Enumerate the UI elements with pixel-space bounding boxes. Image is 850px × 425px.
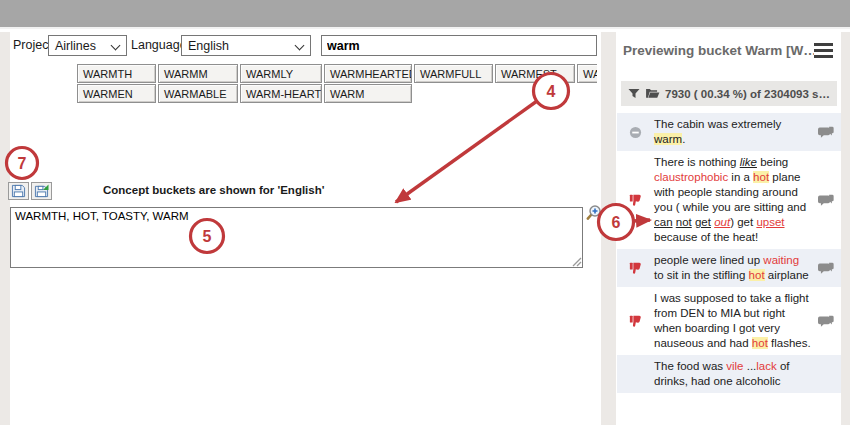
floppy-save-icon (11, 184, 26, 198)
project-select-value: Airlines (55, 39, 96, 53)
review-text: people were lined up waiting to sit in t… (654, 253, 811, 283)
concept-chip[interactable]: WARM (324, 84, 412, 103)
chip-row: WARMENWARMABLEWARM-HEARTEDWARM (77, 84, 597, 103)
concept-chip[interactable]: WARMABLE (158, 84, 238, 103)
concept-chip-grid: WARMTHWARMMWARMLYWARMHEARTEDWARMFULLWARM… (77, 64, 597, 104)
chevron-down-icon (295, 41, 305, 51)
search-input[interactable] (321, 35, 597, 56)
save-bucket-button[interactable] (8, 182, 29, 200)
panel-divider (601, 32, 616, 425)
magnifier-plus-icon[interactable] (585, 204, 603, 222)
review-item[interactable]: The food was vile ...lack of drinks, had… (617, 355, 841, 393)
preview-panel-header: Previewing bucket Warm [W… (617, 29, 841, 58)
neutral-sentiment-icon (617, 117, 654, 147)
preview-panel: Previewing bucket Warm [W… 7930 ( 00.34 … (617, 29, 841, 425)
callout-7-label: 7 (18, 155, 27, 172)
bucket-toolbar (8, 182, 52, 200)
language-select[interactable]: English (181, 35, 311, 56)
right-gutter (841, 32, 850, 425)
speech-bubble-icon[interactable] (811, 117, 841, 147)
chevron-down-icon (111, 41, 121, 51)
concept-chip[interactable]: WARMM (158, 64, 238, 83)
floppy-import-icon (34, 184, 49, 198)
sentiment-spacer (617, 359, 654, 389)
speech-bubble-icon[interactable] (811, 155, 841, 245)
review-text: I was supposed to take a flight from DEN… (654, 291, 811, 351)
import-bucket-button[interactable] (31, 182, 52, 200)
concept-chip[interactable]: WARMFULL (414, 64, 493, 83)
app-window: Project: Airlines Language: English WARM… (0, 0, 850, 425)
chip-row: WARMTHWARMMWARMLYWARMHEARTEDWARMFULLWARM… (77, 64, 597, 83)
filter-summary-text: 7930 ( 00.34 %) of 2304093 s… (665, 88, 830, 100)
concept-chip[interactable]: WARM-HEARTED (240, 84, 322, 103)
hamburger-menu-icon[interactable] (814, 43, 833, 58)
concept-chip[interactable]: WARMEN (77, 84, 156, 103)
speech-bubble-icon[interactable] (811, 291, 841, 351)
bucket-terms-textarea[interactable]: WARMTH, HOT, TOASTY, WARM (10, 207, 583, 268)
top-bar (0, 0, 850, 29)
review-list: The cabin was extremely warm.There is no… (617, 113, 841, 393)
concept-chip[interactable]: WARMTH (77, 64, 156, 83)
thumbs-down-icon (617, 253, 654, 283)
callout-7-circle (7, 148, 38, 179)
left-rail (0, 32, 10, 425)
concept-chip[interactable]: WARM (577, 64, 597, 83)
concept-chip[interactable]: WARMLY (240, 64, 322, 83)
review-text: The cabin was extremely warm. (654, 117, 811, 147)
concept-chip[interactable]: WARMHEARTED (324, 64, 412, 83)
folder-open-icon (645, 88, 660, 99)
concept-chip[interactable]: WARMEST (495, 64, 575, 83)
review-item[interactable]: I was supposed to take a flight from DEN… (617, 287, 841, 355)
project-select[interactable]: Airlines (48, 35, 127, 56)
filter-summary-bar[interactable]: 7930 ( 00.34 %) of 2304093 s… (621, 81, 837, 106)
preview-panel-title: Previewing bucket Warm [W… (623, 43, 814, 58)
review-text: The food was vile ...lack of drinks, had… (654, 359, 811, 389)
review-item[interactable]: The cabin was extremely warm. (617, 113, 841, 151)
review-item[interactable]: There is nothing like being claustrophob… (617, 151, 841, 249)
thumbs-down-icon (617, 291, 654, 351)
filter-funnel-icon (628, 88, 640, 100)
review-item[interactable]: people were lined up waiting to sit in t… (617, 249, 841, 287)
comment-spacer (811, 359, 841, 389)
toolbar: Project: Airlines Language: English (10, 33, 600, 59)
review-text: There is nothing like being claustrophob… (654, 155, 811, 245)
thumbs-down-icon (617, 155, 654, 245)
callout-4-arrow (396, 101, 537, 202)
speech-bubble-icon[interactable] (811, 253, 841, 283)
language-select-value: English (188, 39, 229, 53)
bucket-heading: Concept buckets are shown for 'English' (103, 184, 324, 196)
